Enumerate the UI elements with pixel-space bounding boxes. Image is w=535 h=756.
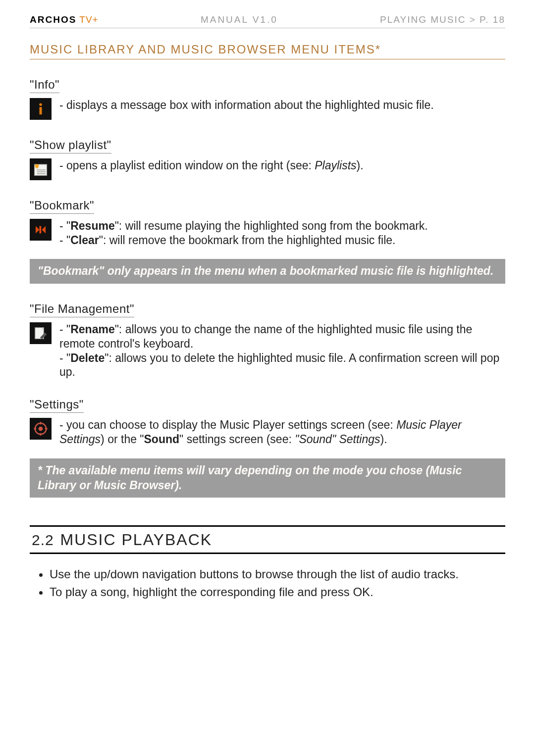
delete-label: Delete <box>70 352 105 364</box>
clear-label: Clear <box>70 234 99 247</box>
info-icon <box>30 98 52 120</box>
menu-item-desc: - "Resume": will resume playing the high… <box>59 219 428 248</box>
rename-text: ": allows you to change the name of the … <box>59 323 472 350</box>
svg-point-12 <box>39 427 43 431</box>
desc-text: ). <box>380 433 387 446</box>
running-header: ARCHOS TV+ MANUAL V1.0 PLAYING MUSIC > P… <box>30 14 505 28</box>
svg-marker-6 <box>36 226 40 233</box>
menu-item-file-management: "File Management" - "Rename": allows you… <box>30 302 505 379</box>
menu-item-desc: displays a message box with information … <box>59 98 434 112</box>
list-item: To play a song, highlight the correspond… <box>50 585 505 600</box>
note-footnote: * The available menu items will vary dep… <box>30 458 505 498</box>
desc-text: ). <box>357 159 364 172</box>
desc-text: opens a playlist edition window on the r… <box>66 159 315 172</box>
menu-item-desc: - you can choose to display the Music Pl… <box>59 418 505 447</box>
rename-label: Rename <box>70 323 114 336</box>
svg-rect-7 <box>40 226 42 233</box>
menu-item-label: "Bookmark" <box>30 198 94 214</box>
menu-item-desc: - "Rename": allows you to change the nam… <box>59 322 505 379</box>
settings-icon <box>30 418 52 440</box>
page: ARCHOS TV+ MANUAL V1.0 PLAYING MUSIC > P… <box>0 0 535 756</box>
section-number: 2.2 <box>32 532 54 548</box>
resume-label: Resume <box>70 219 114 232</box>
svg-marker-8 <box>42 226 46 233</box>
link-playlists[interactable]: Playlists <box>315 159 356 172</box>
section-music-playback: 2.2 MUSIC PLAYBACK <box>30 525 505 554</box>
note-bookmark: "Bookmark" only appears in the menu when… <box>30 259 505 284</box>
menu-item-desc: - opens a playlist edition window on the… <box>59 158 364 173</box>
list-item: Use the up/down navigation buttons to br… <box>50 567 505 582</box>
menu-item-bookmark: "Bookmark" - "Resume": will resume playi… <box>30 198 505 248</box>
bullet-text: . <box>370 585 374 599</box>
playlist-icon <box>30 158 52 180</box>
desc-text: displays a message box with information … <box>59 99 434 111</box>
link-sound-settings[interactable]: "Sound" Settings <box>295 433 380 446</box>
section-heading: MUSIC PLAYBACK <box>60 531 213 549</box>
manual-version: MANUAL V1.0 <box>201 14 278 26</box>
menu-item-label: "Show playlist" <box>30 138 111 153</box>
desc-text: you can choose to display the Music Play… <box>66 418 396 431</box>
bullet-text: Use the up/down navigation buttons to br… <box>50 567 459 581</box>
menu-item-label: "Settings" <box>30 397 84 413</box>
delete-text: ": allows you to delete the highlighted … <box>59 352 499 379</box>
breadcrumb-page: PLAYING MUSIC > P. 18 <box>380 14 505 26</box>
menu-item-info: "Info" displays a message box with infor… <box>30 77 505 120</box>
menu-item-label: "File Management" <box>30 302 134 317</box>
bookmark-icon <box>30 219 52 241</box>
file-management-icon <box>30 322 52 344</box>
menu-item-show-playlist: "Show playlist" - opens a playlist editi… <box>30 138 505 180</box>
section-title: MUSIC LIBRARY AND MUSIC BROWSER MENU ITE… <box>30 42 505 59</box>
desc-text: " settings screen (see: <box>179 433 295 446</box>
clear-text: ": will remove the bookmark from the hig… <box>99 234 396 247</box>
svg-rect-1 <box>40 107 42 114</box>
brand: ARCHOS TV+ <box>30 14 99 26</box>
bullet-text: To play a song, highlight the correspond… <box>50 585 353 599</box>
desc-text: ) or the " <box>101 433 144 446</box>
menu-item-label: "Info" <box>30 77 59 93</box>
resume-text: ": will resume playing the highlighted s… <box>115 219 428 232</box>
brand-main: ARCHOS <box>30 14 76 25</box>
ok-button-label: OK <box>353 585 370 599</box>
svg-point-0 <box>39 103 42 106</box>
sound-bold: Sound <box>144 433 180 446</box>
playback-bullets: Use the up/down navigation buttons to br… <box>35 567 505 600</box>
brand-accent: TV+ <box>76 14 98 25</box>
menu-item-settings: "Settings" - you can choose to display t… <box>30 397 505 447</box>
